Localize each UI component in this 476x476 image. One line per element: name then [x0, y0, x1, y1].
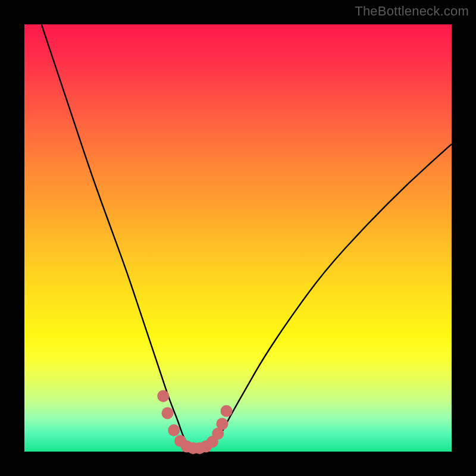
curve-marker	[161, 407, 173, 419]
plot-area	[24, 24, 452, 452]
bottleneck-curve	[42, 24, 452, 447]
chart-container: TheBottleneck.com	[0, 0, 476, 476]
bottleneck-curve-svg	[24, 24, 452, 452]
watermark-text: TheBottleneck.com	[355, 4, 469, 19]
curve-markers	[157, 390, 232, 455]
curve-marker	[221, 405, 233, 417]
curve-marker	[157, 390, 169, 402]
curve-marker	[168, 424, 180, 436]
curve-marker	[216, 418, 228, 430]
